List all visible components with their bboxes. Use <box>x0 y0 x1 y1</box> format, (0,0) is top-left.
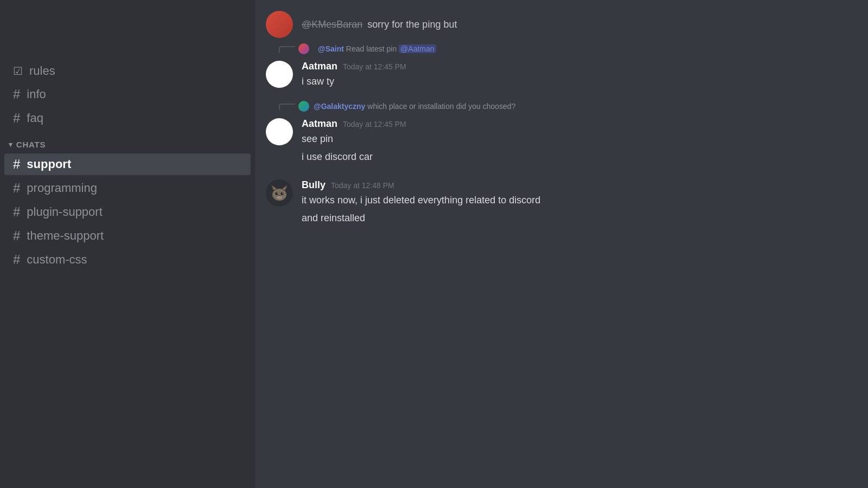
message-content-aatman-1: Aatman Today at 12:45 PM i saw ty <box>302 61 857 89</box>
avatar-kmesbaran <box>266 11 293 38</box>
reply-content-1: Read latest pin <box>346 44 399 53</box>
message-content-bully: Bully Today at 12:48 PM it works now, i … <box>302 179 857 226</box>
hash-icon-theme-support: # <box>13 228 20 243</box>
reply-text-1: @Saint Read latest pin @Aatman <box>318 44 436 53</box>
chat-area: @KMesBaran sorry for the ping but @Saint… <box>255 0 868 488</box>
hash-icon-custom-css: # <box>13 252 20 267</box>
timestamp-aatman-1: Today at 12:45 PM <box>343 62 406 71</box>
username-aatman-1: Aatman <box>302 61 337 72</box>
checkbox-icon: ☑ <box>13 65 23 78</box>
svg-point-8 <box>277 193 278 194</box>
channel-item-rules[interactable]: ☑ rules <box>4 61 251 81</box>
mention-aatman-reply: @Aatman <box>399 44 436 53</box>
channel-label-info: info <box>27 87 46 101</box>
message-group-2: @Galaktyczny which place or installation… <box>266 100 857 169</box>
channel-label-theme-support: theme-support <box>27 229 104 243</box>
message-content-partial: @KMesBaran sorry for the ping but <box>302 17 857 32</box>
message-header-aatman-2: Aatman Today at 12:45 PM <box>302 118 857 130</box>
reply-indicator-1: @Saint Read latest pin @Aatman <box>266 42 857 56</box>
channel-label-custom-css: custom-css <box>27 253 87 267</box>
reply-line-1 <box>279 46 295 53</box>
channel-item-plugin-support[interactable]: # plugin-support <box>4 201 251 223</box>
channel-item-support[interactable]: # support <box>4 153 251 175</box>
channel-label-faq: faq <box>27 111 43 125</box>
main-chat: @KMesBaran sorry for the ping but @Saint… <box>255 0 868 488</box>
message-header-bully: Bully Today at 12:48 PM <box>302 179 857 191</box>
partial-text: @KMesBaran sorry for the ping but <box>302 17 857 32</box>
reply-content-2: which place or installation did you choo… <box>367 102 515 111</box>
hash-icon-programming: # <box>13 181 20 196</box>
username-aatman-2: Aatman <box>302 118 337 130</box>
message-text-aatman-2a: see pin <box>302 132 857 146</box>
hash-icon-plugin-support: # <box>13 204 20 220</box>
hash-icon-support: # <box>13 157 20 172</box>
channel-label-programming: programming <box>27 181 97 195</box>
svg-point-7 <box>281 192 284 195</box>
channel-label-rules: rules <box>29 64 55 78</box>
avatar-saint-sm <box>298 43 309 54</box>
section-chats-label: CHATS <box>16 140 46 149</box>
reply-indicator-2: @Galaktyczny which place or installation… <box>266 100 857 114</box>
message-content-aatman-2: Aatman Today at 12:45 PM see pin i use d… <box>302 118 857 164</box>
hash-icon-faq: # <box>13 111 20 126</box>
avatar-bully <box>266 179 293 207</box>
sidebar: ☑ rules # info # faq ▾ CHATS # support #… <box>0 0 255 488</box>
message-partial-kmesbaran: @KMesBaran sorry for the ping but <box>266 11 857 42</box>
channel-item-theme-support[interactable]: # theme-support <box>4 225 251 247</box>
svg-point-9 <box>282 193 283 194</box>
svg-point-6 <box>276 192 278 195</box>
message-text-aatman-1: i saw ty <box>302 74 857 89</box>
chevron-icon: ▾ <box>9 140 13 149</box>
timestamp-aatman-2: Today at 12:45 PM <box>343 120 406 129</box>
channel-item-info[interactable]: # info <box>4 84 251 105</box>
avatar-aatman-2 <box>266 118 293 145</box>
section-chats-header[interactable]: ▾ CHATS <box>0 130 255 152</box>
channel-label-support: support <box>27 157 71 171</box>
timestamp-bully: Today at 12:48 PM <box>331 181 394 190</box>
reply-mention-galaktyczny: @Galaktyczny <box>314 102 365 111</box>
channel-label-plugin-support: plugin-support <box>27 205 102 219</box>
message-group-3: Bully Today at 12:48 PM it works now, i … <box>266 175 857 230</box>
channel-item-faq[interactable]: # faq <box>4 107 251 129</box>
reply-text-2: @Galaktyczny which place or installation… <box>314 102 515 111</box>
message-aatman-1: Aatman Today at 12:45 PM i saw ty <box>266 56 857 93</box>
partial-message-text: sorry for the ping but <box>367 19 457 30</box>
channel-item-custom-css[interactable]: # custom-css <box>4 249 251 271</box>
reply-mention-saint: @Saint <box>318 44 344 53</box>
message-text-aatman-2b: i use discord car <box>302 150 857 164</box>
channel-item-programming[interactable]: # programming <box>4 177 251 199</box>
hash-icon-info: # <box>13 87 20 102</box>
message-text-bully-2: and reinstalled <box>302 211 857 226</box>
message-aatman-2: Aatman Today at 12:45 PM see pin i use d… <box>266 114 857 169</box>
message-text-bully-1: it works now, i just deleted everything … <box>302 193 857 208</box>
reply-line-2 <box>279 104 295 110</box>
mention-kmesbaran: @KMesBaran <box>302 19 362 30</box>
avatar-aatman-1 <box>266 61 293 88</box>
message-header-aatman-1: Aatman Today at 12:45 PM <box>302 61 857 72</box>
svg-point-11 <box>277 196 282 199</box>
message-bully: Bully Today at 12:48 PM it works now, i … <box>266 175 857 230</box>
avatar-galaktyczny-sm <box>298 101 309 112</box>
message-group-1: @Saint Read latest pin @Aatman Aatman To… <box>266 42 857 93</box>
username-bully: Bully <box>302 179 326 191</box>
